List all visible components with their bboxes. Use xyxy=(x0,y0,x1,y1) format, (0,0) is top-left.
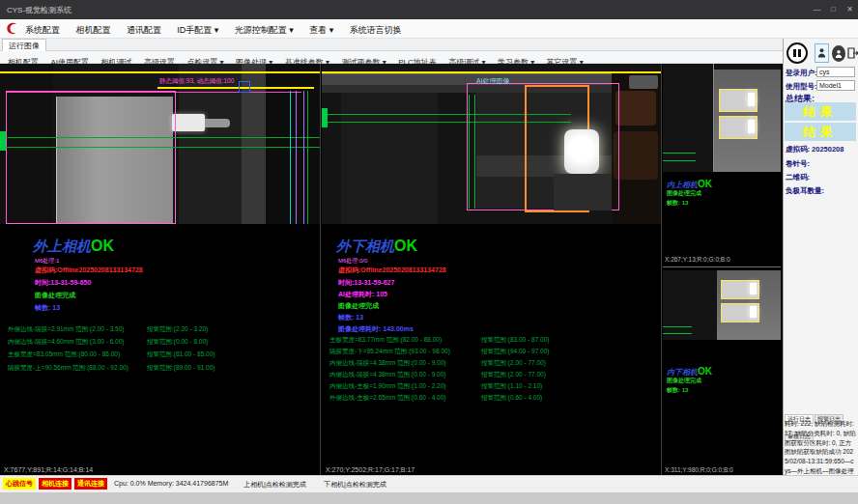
left-alarm-3: 报警范围:(81.00 - 85.00) xyxy=(147,350,214,359)
left-img-roi-rect xyxy=(6,91,176,224)
left-result-ok: OK xyxy=(91,238,114,254)
mid-img-gray-part xyxy=(629,75,658,89)
middle-pixel-coords: X:270;Y:2502;R:17;G:17;B:17 xyxy=(326,466,415,473)
menu-item-comm-config[interactable]: 通讯配置 xyxy=(127,21,161,40)
small-top-pixel-coords: X:267;Y:13;R:0;G:0;B:0 xyxy=(665,256,730,263)
middle-camera-image[interactable]: AI处理图像 xyxy=(322,64,661,224)
needle-number-label: 卷针号: xyxy=(786,159,810,169)
cpu-memory-text: Cpu: 0.0% Memory: 3424.41796875M xyxy=(114,480,228,487)
heartbeat-badge: 心跳信号 xyxy=(3,478,36,490)
middle-camera-title: 外下相机OK xyxy=(336,238,417,256)
mid-meas-1: 主极宽度=83.77mm 范围:(82.00 - 88.00) xyxy=(329,336,442,345)
left-frames: 帧数: 13 xyxy=(35,303,60,313)
camera-connect-badge: 相机连接 xyxy=(39,478,72,490)
title-bar: CYS-视觉检测系统 — □ ✕ xyxy=(0,0,858,19)
app-window: CYS-视觉检测系统 — □ ✕ 系统配置 相机配置 通讯配置 ID手配置 ▾ … xyxy=(0,0,858,504)
middle-status: 图像处理完成 xyxy=(338,301,379,311)
operator-button[interactable] xyxy=(832,45,845,62)
mid-alarm-3: 报警范围:(2.00 - 77.00) xyxy=(481,359,546,368)
middle-result-ok: OK xyxy=(394,238,417,254)
left-meas-3: 主极宽度=83.05mm 范围:(80.00 - 86.00) xyxy=(8,350,120,359)
app-logo-icon xyxy=(5,21,19,36)
left-alarm-1: 报警范围:(2.20 - 3.20) xyxy=(147,325,208,334)
left-img-green-line2 xyxy=(0,147,320,148)
negative-tab-count-label: 负极耳数量: xyxy=(786,186,824,196)
left-img-green-line1 xyxy=(0,137,320,138)
top-camera-status-text: 上相机|点检检测完成 xyxy=(243,480,306,490)
small-bottom-pixel-coords: X:311;Y:980;R:0;G:0;B:0 xyxy=(665,466,733,473)
mid-img-brown-part1 xyxy=(615,91,656,126)
model-field[interactable]: Model1 xyxy=(816,80,855,91)
mid-meas-6: 外侧边线-主极=2.65mm 范围:(0.60 - 4.00) xyxy=(329,394,445,403)
user-switch-button[interactable] xyxy=(815,43,829,63)
left-img-purple-vline2 xyxy=(303,91,304,224)
tab-run-image[interactable]: 运行图像 xyxy=(2,39,46,51)
mid-img-yellow-line xyxy=(322,71,661,73)
middle-ai-time: AI处理耗时: 105 xyxy=(338,290,387,299)
left-camera-image[interactable]: 静态阈值:93, 动态阈值:100 xyxy=(0,64,320,224)
small-bottom-camera-name: 内下相机 xyxy=(667,368,698,377)
menu-item-id-config[interactable]: ID手配置 ▾ xyxy=(177,21,218,40)
left-img-yellow-line xyxy=(0,71,320,73)
mid-ai-label: AI处理图像 xyxy=(476,76,510,86)
menu-item-language-switch[interactable]: 系统语言切换 xyxy=(350,21,402,40)
left-barcode: 虚拟码:Offline20250208133134728 xyxy=(35,266,143,275)
pause-button[interactable] xyxy=(786,42,808,64)
status-bar: 心跳信号 相机连接 通讯连接 Cpu: 0.0% Memory: 3424.41… xyxy=(0,475,858,492)
sv1-green-line2 xyxy=(663,160,696,161)
menu-bar: 系统配置 相机配置 通讯配置 ID手配置 ▾ 光源控制配置 ▾ 查看 ▾ 系统语… xyxy=(0,19,858,39)
left-camera-name: 外上相机 xyxy=(33,238,91,254)
middle-proc-time: 图像处理耗时: 143.00ms xyxy=(338,324,414,334)
mid-alarm-2: 报警范围:(94.00 - 97.00) xyxy=(481,348,549,356)
left-pixel-coords: X:7677;Y:891;R:14;G:14;B:14 xyxy=(4,466,93,473)
middle-camera-name: 外下相机 xyxy=(336,238,394,254)
left-time: 时间:13-31-59-650 xyxy=(35,278,91,288)
left-note: M6处理:1 xyxy=(35,257,59,266)
mid-img-brown-part2 xyxy=(614,131,658,180)
middle-time: 时间:13-31-59-627 xyxy=(338,278,394,288)
qr-code-label: 二维码: xyxy=(786,173,810,182)
left-img-purple-vline1 xyxy=(296,91,297,224)
mid-meas-3: 内侧边线-隔膜=4.38mm 范围:(0.00 - 9.00) xyxy=(329,359,445,368)
left-meas-4: 隔膜宽度-上=90.56mm 范围:(88.00 - 92.00) xyxy=(8,364,129,373)
toolbar: 相机配置 AI使用配置 相机调试 高级设置 点检设置 ▾ 图像处理 ▾ 基准线参… xyxy=(0,51,783,64)
left-img-blue-rect xyxy=(239,81,250,93)
view-divider-1 xyxy=(320,64,321,475)
middle-note: M6处理:0/0 xyxy=(338,257,367,266)
small-top-camera-name: 内上相机 xyxy=(667,181,698,189)
model-label: 使用型号: xyxy=(786,82,817,92)
small-top-camera-image[interactable] xyxy=(663,64,781,172)
user-field[interactable]: cys xyxy=(816,67,855,77)
mid-img-lamp xyxy=(564,129,599,174)
menu-item-system-config[interactable]: 系统配置 xyxy=(25,21,60,40)
virtual-code-label: 虚拟码: 20250208 xyxy=(786,145,844,154)
operator-icon xyxy=(835,49,843,59)
minimize-icon[interactable]: — xyxy=(810,4,824,15)
sv2-green-line1 xyxy=(663,326,692,327)
mid-meas-5: 内侧边线-主极=1.90mm 范围:(1.00 - 2.20) xyxy=(329,382,445,391)
sv2-bright-spot-1 xyxy=(750,283,757,294)
window-title: CYS-视觉检测系统 xyxy=(7,5,72,15)
logout-button[interactable] xyxy=(846,44,858,62)
mid-img-green-edge-mark xyxy=(322,108,328,127)
logout-icon xyxy=(847,47,858,59)
menu-item-view[interactable]: 查看 ▾ xyxy=(309,21,333,40)
left-img-connector xyxy=(172,114,205,131)
mid-img-lamp-base xyxy=(554,174,612,210)
menu-item-light-config[interactable]: 光源控制配置 ▾ xyxy=(235,21,294,40)
sv2-green-line2 xyxy=(663,333,692,334)
small-bottom-camera-image[interactable] xyxy=(663,270,781,340)
pause-icon xyxy=(793,49,796,57)
mid-alarm-6: 报警范围:(0.60 - 4.00) xyxy=(481,394,542,403)
mid-alarm-1: 报警范围:(83.00 - 87.00) xyxy=(481,336,549,345)
mid-alarm-4: 报警范围:(2.00 - 77.00) xyxy=(481,371,546,379)
menu-item-camera-config[interactable]: 相机配置 xyxy=(75,21,110,40)
close-icon[interactable]: ✕ xyxy=(843,4,857,15)
window-bottom-strip xyxy=(0,492,858,504)
mid-alarm-5: 报警范围:(1.10 - 2.10) xyxy=(481,382,542,391)
sv1-green-line1 xyxy=(663,153,696,154)
sv1-bright-spot-1 xyxy=(748,93,755,106)
maximize-icon[interactable]: □ xyxy=(826,4,841,15)
left-threshold-label: 静态阈值:93, 动态阈值:100 xyxy=(159,77,234,86)
user-switch-icon xyxy=(817,47,826,59)
